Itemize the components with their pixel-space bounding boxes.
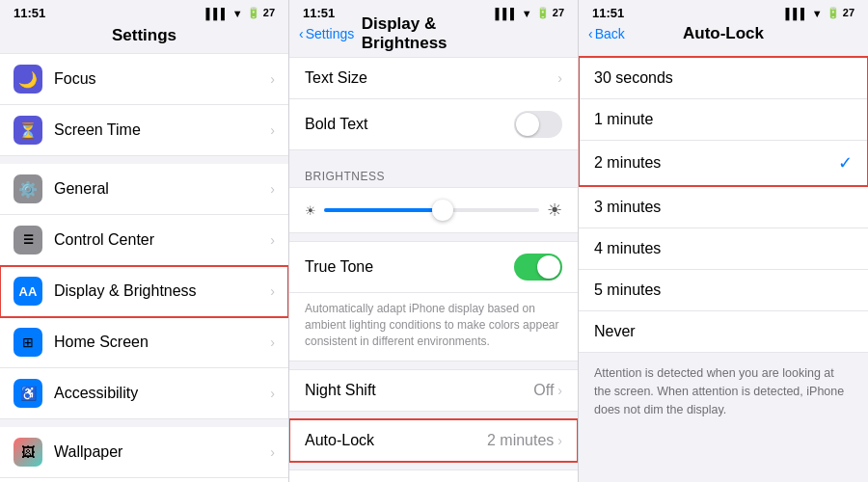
back-button-2[interactable]: ‹ Settings bbox=[299, 26, 354, 41]
settings-item-display-brightness[interactable]: AA Display & Brightness › bbox=[0, 266, 288, 317]
auto-lock-4min[interactable]: 4 minutes bbox=[579, 228, 868, 270]
2min-checkmark: ✓ bbox=[838, 152, 853, 174]
settings-item-screen-time[interactable]: ⏳ Screen Time › bbox=[0, 105, 288, 156]
bold-text-row[interactable]: Bold Text bbox=[289, 99, 578, 150]
settings-item-wallpaper[interactable]: 🖼 Wallpaper › bbox=[0, 427, 288, 478]
night-shift-row[interactable]: Night Shift Off › bbox=[289, 369, 578, 412]
general-icon: ⚙️ bbox=[14, 174, 42, 203]
auto-lock-2min[interactable]: 2 minutes ✓ bbox=[579, 141, 868, 186]
settings-item-general[interactable]: ⚙️ General › bbox=[0, 164, 288, 215]
general-label: General bbox=[54, 180, 270, 198]
auto-lock-panel: 11:51 ▌▌▌ ▼ 🔋 27 ‹ Back Auto-Lock 30 sec… bbox=[579, 0, 868, 482]
wallpaper-icon: 🖼 bbox=[14, 438, 42, 467]
home-screen-icon: ⊞ bbox=[14, 328, 42, 357]
brightness-track[interactable] bbox=[324, 208, 539, 212]
settings-item-focus[interactable]: 🌙 Focus › bbox=[0, 53, 288, 105]
battery-icon: 🔋 27 bbox=[247, 7, 275, 19]
other-options-group: 3 minutes 4 minutes 5 minutes Never bbox=[579, 186, 868, 353]
time-2: 11:51 bbox=[303, 6, 335, 20]
settings-item-control-center[interactable]: ☰ Control Center › bbox=[0, 215, 288, 266]
display-brightness-nav: ‹ Settings Display & Brightness bbox=[289, 24, 578, 49]
display-brightness-icon: AA bbox=[14, 277, 42, 306]
back-label-2: Settings bbox=[306, 26, 355, 41]
bold-text-toggle-thumb bbox=[516, 113, 539, 136]
display-brightness-scroll: Text Size › Bold Text BRIGHTNESS ☀ bbox=[289, 49, 578, 482]
home-screen-chevron: › bbox=[270, 335, 275, 350]
home-screen-label: Home Screen bbox=[54, 334, 270, 351]
back-chevron-2: ‹ bbox=[299, 26, 304, 41]
status-bar-3: 11:51 ▌▌▌ ▼ 🔋 27 bbox=[579, 0, 868, 24]
wallpaper-label: Wallpaper bbox=[54, 443, 270, 461]
screen-time-icon: ⏳ bbox=[14, 116, 42, 145]
auto-lock-chevron: › bbox=[557, 433, 562, 448]
auto-lock-nav: ‹ Back Auto-Lock bbox=[579, 24, 868, 49]
display-brightness-chevron: › bbox=[270, 283, 275, 299]
auto-lock-5min[interactable]: 5 minutes bbox=[579, 270, 868, 311]
3min-label: 3 minutes bbox=[594, 199, 853, 216]
night-shift-chevron: › bbox=[557, 383, 562, 398]
screen-time-label: Screen Time bbox=[54, 121, 270, 139]
accessibility-icon: ♿ bbox=[14, 379, 42, 408]
screen-time-chevron: › bbox=[270, 122, 275, 138]
settings-scroll: 🌙 Focus › ⏳ Screen Time › ⚙️ General › ☰… bbox=[0, 53, 288, 482]
auto-lock-row[interactable]: Auto-Lock 2 minutes › bbox=[289, 419, 578, 462]
true-tone-desc: Automatically adapt iPhone display based… bbox=[289, 293, 578, 362]
true-tone-row[interactable]: True Tone bbox=[289, 241, 578, 293]
highlighted-options-group: 30 seconds 1 minute 2 minutes ✓ bbox=[579, 57, 868, 186]
night-shift-label: Night Shift bbox=[305, 382, 533, 399]
wifi-icon-3: ▼ bbox=[812, 8, 823, 19]
brightness-thumb[interactable] bbox=[432, 200, 453, 221]
back-chevron-3: ‹ bbox=[588, 26, 593, 41]
night-shift-value: Off bbox=[533, 382, 554, 399]
bold-text-label: Bold Text bbox=[305, 116, 514, 133]
wifi-icon-2: ▼ bbox=[522, 8, 532, 19]
control-center-chevron: › bbox=[270, 232, 275, 248]
2min-label: 2 minutes bbox=[594, 154, 832, 172]
brightness-high-icon: ☀ bbox=[547, 200, 562, 221]
text-size-chevron: › bbox=[557, 70, 562, 86]
back-button-3[interactable]: ‹ Back bbox=[588, 26, 625, 41]
auto-lock-title: Auto-Lock bbox=[683, 24, 764, 43]
battery-icon-2: 🔋 27 bbox=[536, 7, 564, 19]
auto-lock-never[interactable]: Never bbox=[579, 311, 868, 353]
time-3: 11:51 bbox=[592, 6, 624, 20]
general-chevron: › bbox=[270, 181, 275, 197]
bold-text-toggle[interactable] bbox=[514, 111, 562, 138]
raise-to-wake-row[interactable]: Raise to Wake bbox=[289, 469, 578, 482]
auto-lock-label: Auto-Lock bbox=[305, 432, 487, 449]
true-tone-toggle[interactable] bbox=[514, 254, 562, 281]
brightness-slider-row[interactable]: ☀ ☀ bbox=[289, 187, 578, 233]
text-size-label: Text Size bbox=[305, 69, 557, 87]
30sec-label: 30 seconds bbox=[594, 69, 853, 87]
auto-lock-3min[interactable]: 3 minutes bbox=[579, 186, 868, 228]
display-brightness-label: Display & Brightness bbox=[54, 282, 270, 300]
brightness-fill bbox=[324, 208, 443, 212]
accessibility-label: Accessibility bbox=[54, 385, 270, 402]
focus-chevron: › bbox=[270, 71, 275, 87]
settings-item-home-screen[interactable]: ⊞ Home Screen › bbox=[0, 317, 288, 368]
auto-lock-30sec[interactable]: 30 seconds bbox=[579, 57, 868, 99]
control-center-label: Control Center bbox=[54, 231, 270, 249]
5min-label: 5 minutes bbox=[594, 281, 853, 299]
status-icons-1: ▌▌▌ ▼ 🔋 27 bbox=[205, 7, 275, 19]
true-tone-label: True Tone bbox=[305, 258, 514, 276]
signal-icon: ▌▌▌ bbox=[205, 8, 228, 19]
display-brightness-title: Display & Brightness bbox=[362, 14, 506, 53]
focus-icon: 🌙 bbox=[14, 65, 42, 94]
attention-note: Attention is detected when you are looki… bbox=[579, 353, 868, 430]
wallpaper-chevron: › bbox=[270, 444, 275, 460]
settings-list: 🌙 Focus › ⏳ Screen Time › ⚙️ General › ☰… bbox=[0, 53, 288, 482]
text-size-row[interactable]: Text Size › bbox=[289, 57, 578, 99]
true-tone-toggle-thumb bbox=[537, 255, 560, 279]
battery-icon-3: 🔋 27 bbox=[827, 7, 854, 19]
control-center-icon: ☰ bbox=[14, 226, 42, 254]
auto-lock-value: 2 minutes bbox=[487, 432, 554, 449]
auto-lock-1min[interactable]: 1 minute bbox=[579, 99, 868, 141]
signal-icon-3: ▌▌▌ bbox=[785, 8, 807, 19]
settings-item-accessibility[interactable]: ♿ Accessibility › bbox=[0, 368, 288, 419]
accessibility-chevron: › bbox=[270, 386, 275, 401]
time-1: 11:51 bbox=[14, 6, 45, 20]
settings-panel: 11:51 ▌▌▌ ▼ 🔋 27 Settings 🌙 Focus › ⏳ Sc… bbox=[0, 0, 289, 482]
4min-label: 4 minutes bbox=[594, 240, 853, 257]
settings-item-siri-search[interactable]: ◉ Siri & Search › bbox=[0, 478, 288, 482]
